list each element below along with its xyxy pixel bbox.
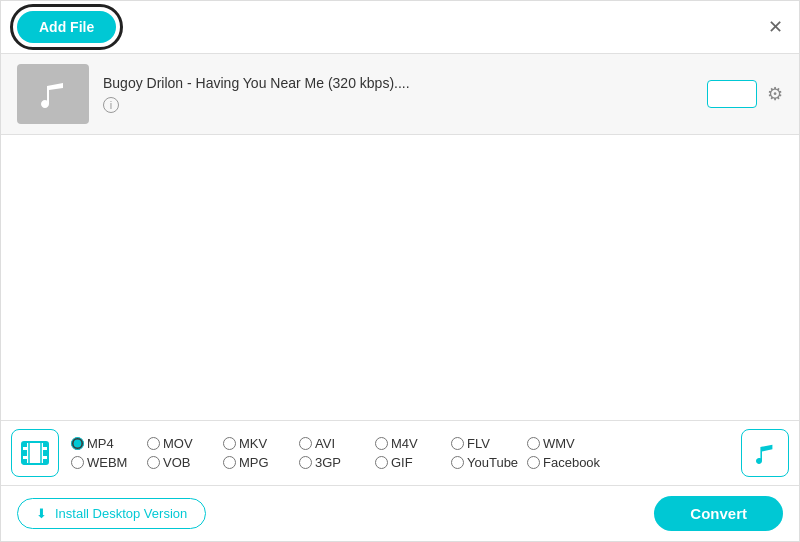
music-icon xyxy=(751,439,779,467)
format-mov[interactable]: MOV xyxy=(147,436,217,451)
format-m4v[interactable]: M4V xyxy=(375,436,445,451)
actions-bar: ⬇ Install Desktop Version Convert xyxy=(1,486,799,541)
file-name: Bugoy Drilon - Having You Near Me (320 k… xyxy=(103,75,693,91)
info-icon[interactable]: i xyxy=(103,97,119,113)
convert-button[interactable]: Convert xyxy=(654,496,783,531)
format-mkv[interactable]: MKV xyxy=(223,436,293,451)
settings-button[interactable]: ⚙ xyxy=(767,83,783,105)
svg-rect-2 xyxy=(43,442,48,447)
format-flv[interactable]: FLV xyxy=(451,436,521,451)
top-bar: Add File ✕ xyxy=(1,1,799,54)
add-file-button[interactable]: Add File xyxy=(17,11,116,43)
preview-box[interactable] xyxy=(707,80,757,108)
format-selector: MP4 MOV MKV AVI M4V FLV WM xyxy=(1,421,799,486)
format-options: MP4 MOV MKV AVI M4V FLV WM xyxy=(71,436,741,470)
file-item: Bugoy Drilon - Having You Near Me (320 k… xyxy=(17,64,783,124)
file-list: Bugoy Drilon - Having You Near Me (320 k… xyxy=(1,54,799,135)
svg-rect-6 xyxy=(43,450,48,456)
file-info: Bugoy Drilon - Having You Near Me (320 k… xyxy=(103,75,693,113)
format-wmv[interactable]: WMV xyxy=(527,436,597,451)
format-facebook[interactable]: Facebook xyxy=(527,455,600,470)
format-mpg[interactable]: MPG xyxy=(223,455,293,470)
format-row-1: MP4 MOV MKV AVI M4V FLV WM xyxy=(71,436,741,451)
film-icon xyxy=(20,438,50,468)
svg-rect-5 xyxy=(22,450,27,456)
file-actions: ⚙ xyxy=(707,80,783,108)
format-vob[interactable]: VOB xyxy=(147,455,217,470)
format-row-2: WEBM VOB MPG 3GP GIF YouTube xyxy=(71,455,741,470)
bottom-panel: MP4 MOV MKV AVI M4V FLV WM xyxy=(1,420,799,541)
download-icon: ⬇ xyxy=(36,506,47,521)
format-avi[interactable]: AVI xyxy=(299,436,369,451)
format-webm[interactable]: WEBM xyxy=(71,455,141,470)
format-mp4[interactable]: MP4 xyxy=(71,436,141,451)
format-gif[interactable]: GIF xyxy=(375,455,445,470)
music-note-icon xyxy=(35,76,71,112)
file-thumbnail xyxy=(17,64,89,124)
content-area xyxy=(1,135,799,415)
close-button[interactable]: ✕ xyxy=(768,16,783,38)
music-icon-box[interactable] xyxy=(741,429,789,477)
svg-rect-1 xyxy=(22,442,27,447)
format-youtube[interactable]: YouTube xyxy=(451,455,521,470)
svg-rect-3 xyxy=(22,459,27,464)
svg-rect-4 xyxy=(43,459,48,464)
install-label: Install Desktop Version xyxy=(55,506,187,521)
format-3gp[interactable]: 3GP xyxy=(299,455,369,470)
film-icon-box[interactable] xyxy=(11,429,59,477)
install-desktop-button[interactable]: ⬇ Install Desktop Version xyxy=(17,498,206,529)
